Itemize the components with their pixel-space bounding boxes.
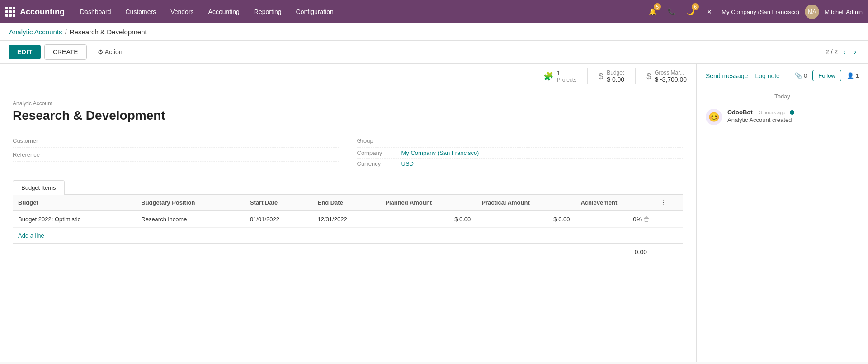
notifications-button[interactable]: 🔔 5 <box>646 5 659 19</box>
cell-budgetary-position[interactable]: Research income <box>136 211 245 228</box>
nav-item-vendors[interactable]: Vendors <box>164 5 200 18</box>
cell-menu <box>655 211 683 228</box>
app-logo[interactable]: Accounting <box>5 7 65 17</box>
budget-table: Budget Budgetary Position Start Date End… <box>13 195 683 228</box>
previous-record-button[interactable]: ‹ <box>840 47 848 57</box>
close-button[interactable]: ✕ <box>703 5 716 19</box>
form-title: Research & Development <box>13 108 683 123</box>
action-bar: EDIT CREATE ⚙ Action 2 / 2 ‹ › <box>0 41 868 64</box>
nav-menu: Dashboard Customers Vendors Accounting R… <box>74 5 646 18</box>
company-label: Company <box>357 149 398 156</box>
tabs-section: Budget Items Budget Budgetary Position S… <box>13 180 683 260</box>
budget-label: Budget <box>607 70 624 76</box>
notification-badge: 5 <box>654 3 661 10</box>
topnav-right: 🔔 5 📞 🌙 6 ✕ My Company (San Francisco) M… <box>646 5 863 19</box>
nav-item-accounting[interactable]: Accounting <box>202 5 246 18</box>
col-start-date: Start Date <box>245 195 312 211</box>
chatter-toolbar: Send message Log note 📎 0 Follow 👤 1 <box>697 64 868 88</box>
col-end-date: End Date <box>312 195 380 211</box>
avatar[interactable]: MA <box>805 5 819 19</box>
create-button[interactable]: CREATE <box>44 44 87 60</box>
main-layout: 🧩 1 Projects $ Budget $ 0.00 $ Gross Mar… <box>0 64 868 362</box>
action-button[interactable]: ⚙ Action <box>98 48 123 56</box>
cell-end-date[interactable]: 12/31/2022 <box>312 211 380 228</box>
nav-item-configuration[interactable]: Configuration <box>290 5 340 18</box>
currency-label: Currency <box>357 160 398 167</box>
message-text: Analytic Account created <box>727 117 859 123</box>
attachments-count: 0 <box>804 72 807 79</box>
col-budgetary-position: Budgetary Position <box>136 195 245 211</box>
company-field: Company My Company (San Francisco) <box>357 148 684 159</box>
budget-stat[interactable]: $ Budget $ 0.00 <box>599 70 624 83</box>
projects-label: Projects <box>557 77 576 83</box>
customer-label: Customer <box>13 137 53 144</box>
projects-stat[interactable]: 🧩 1 Projects <box>543 70 576 83</box>
col-achievement: Achievement <box>575 195 655 211</box>
phone-button[interactable]: 📞 <box>665 5 678 19</box>
form-section-label: Analytic Account <box>13 100 683 107</box>
customer-field: Customer <box>13 134 339 148</box>
col-menu[interactable]: ⋮ <box>655 195 683 211</box>
close-icon: ✕ <box>707 8 712 15</box>
moon-button[interactable]: 🌙 6 <box>684 5 697 19</box>
grid-icon[interactable] <box>5 7 15 17</box>
cell-budget[interactable]: Budget 2022: Optimistic <box>13 211 136 228</box>
followers-button[interactable]: 👤 1 <box>847 72 859 79</box>
cell-planned-amount[interactable]: $ 0.00 <box>380 211 476 228</box>
top-navigation: Accounting Dashboard Customers Vendors A… <box>0 0 868 23</box>
message-sender: OdooBot <box>727 109 753 116</box>
send-message-button[interactable]: Send message <box>706 72 748 79</box>
budget-dollar-icon: $ <box>599 72 603 81</box>
company-value[interactable]: My Company (San Francisco) <box>401 149 479 156</box>
tab-budget-items[interactable]: Budget Items <box>13 180 65 195</box>
footer-total: 0.00 <box>635 248 647 256</box>
moon-badge: 6 <box>692 3 699 10</box>
table-footer: 0.00 <box>13 243 683 260</box>
breadcrumb-current: Research & Development <box>70 28 147 36</box>
nav-item-reporting[interactable]: Reporting <box>248 5 288 18</box>
form-fields: Customer Reference Group Company <box>13 134 683 169</box>
group-label: Group <box>357 137 398 144</box>
gross-margin-dollar-icon: $ <box>646 72 651 81</box>
followers-count: 1 <box>856 72 859 79</box>
odobot-avatar: 😊 <box>706 109 722 125</box>
message-header: OdooBot - 3 hours ago <box>727 109 859 116</box>
tabs-bar: Budget Items <box>13 180 683 195</box>
nav-item-customers[interactable]: Customers <box>119 5 163 18</box>
reference-field: Reference <box>13 148 339 162</box>
breadcrumb-parent[interactable]: Analytic Accounts <box>9 28 62 36</box>
puzzle-icon: 🧩 <box>543 71 553 81</box>
gross-margin-stat[interactable]: $ Gross Mar... $ -3,700.00 <box>646 70 687 83</box>
breadcrumb-separator: / <box>65 28 67 36</box>
log-note-button[interactable]: Log note <box>755 72 780 79</box>
heart-icon <box>790 110 794 115</box>
group-field: Group <box>357 134 684 148</box>
attachments-button[interactable]: 📎 0 <box>795 72 807 79</box>
currency-value[interactable]: USD <box>401 160 414 167</box>
next-record-button[interactable]: › <box>851 47 859 57</box>
col-budget: Budget <box>13 195 136 211</box>
nav-item-dashboard[interactable]: Dashboard <box>74 5 118 18</box>
breadcrumb: Analytic Accounts / Research & Developme… <box>0 23 868 41</box>
app-name: Accounting <box>20 7 65 17</box>
col-planned-amount: Planned Amount <box>380 195 476 211</box>
form-panel: 🧩 1 Projects $ Budget $ 0.00 $ Gross Mar… <box>0 64 696 362</box>
edit-button[interactable]: EDIT <box>9 45 41 59</box>
projects-count: 1 <box>557 70 576 77</box>
chatter-actions: 📎 0 Follow 👤 1 <box>795 70 859 81</box>
username[interactable]: Mitchell Admin <box>825 9 863 15</box>
col-practical-amount: Practical Amount <box>476 195 575 211</box>
form-content: Analytic Account Research & Development … <box>0 89 696 271</box>
stat-divider-1 <box>587 68 588 84</box>
stats-bar: 🧩 1 Projects $ Budget $ 0.00 $ Gross Mar… <box>0 64 696 89</box>
gross-margin-label: Gross Mar... <box>655 70 687 76</box>
cell-achievement: 0% 🗑 <box>575 211 655 228</box>
record-navigation: 2 / 2 ‹ › <box>826 47 859 57</box>
company-selector[interactable]: My Company (San Francisco) <box>722 9 799 15</box>
cell-start-date[interactable]: 01/01/2022 <box>245 211 312 228</box>
cell-practical-amount[interactable]: $ 0.00 <box>476 211 575 228</box>
delete-row-button[interactable]: 🗑 <box>643 215 650 223</box>
follow-button[interactable]: Follow <box>812 70 841 81</box>
gross-margin-value: $ -3,700.00 <box>655 76 687 83</box>
add-line-button[interactable]: Add a line <box>13 228 50 243</box>
